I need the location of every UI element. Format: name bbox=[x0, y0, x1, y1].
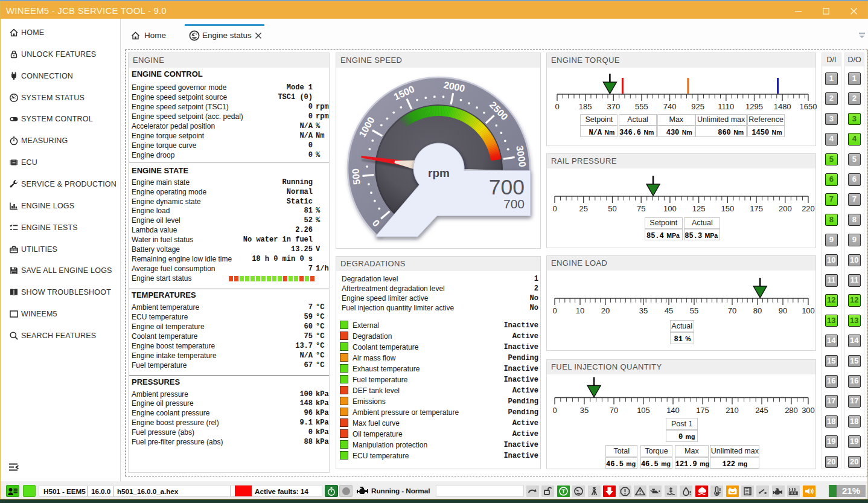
svg-text:50: 50 bbox=[608, 204, 616, 213]
svg-text:80: 80 bbox=[753, 306, 762, 315]
svg-text:555: 555 bbox=[635, 102, 648, 111]
svg-text:90: 90 bbox=[779, 306, 787, 315]
svg-text:10: 10 bbox=[576, 306, 584, 315]
svg-text:140: 140 bbox=[666, 406, 680, 415]
svg-text:300: 300 bbox=[802, 406, 815, 415]
svg-text:245: 245 bbox=[755, 406, 768, 415]
svg-text:25: 25 bbox=[579, 204, 587, 213]
svg-text:75: 75 bbox=[637, 204, 645, 213]
svg-text:175: 175 bbox=[750, 204, 763, 213]
svg-text:70: 70 bbox=[610, 406, 618, 415]
svg-text:740: 740 bbox=[663, 102, 677, 111]
svg-text:70: 70 bbox=[728, 306, 736, 315]
svg-text:45: 45 bbox=[665, 306, 673, 315]
svg-text:150: 150 bbox=[721, 204, 735, 213]
svg-text:210: 210 bbox=[726, 406, 739, 415]
svg-text:280: 280 bbox=[785, 406, 798, 415]
svg-text:925: 925 bbox=[691, 102, 704, 111]
svg-text:700: 700 bbox=[489, 175, 525, 199]
svg-text:0: 0 bbox=[552, 306, 557, 315]
svg-text:20: 20 bbox=[601, 306, 610, 315]
svg-text:100: 100 bbox=[802, 306, 815, 315]
svg-text:rpm: rpm bbox=[428, 167, 450, 179]
svg-text:185: 185 bbox=[579, 102, 592, 111]
svg-text:35: 35 bbox=[580, 406, 589, 415]
svg-text:1480: 1480 bbox=[774, 102, 791, 111]
svg-text:0: 0 bbox=[552, 406, 557, 415]
svg-text:175: 175 bbox=[696, 406, 709, 415]
svg-text:0: 0 bbox=[552, 204, 557, 213]
svg-text:105: 105 bbox=[637, 406, 650, 415]
svg-text:1110: 1110 bbox=[718, 102, 734, 111]
svg-text:35: 35 bbox=[639, 306, 648, 315]
svg-text:0: 0 bbox=[555, 102, 559, 111]
svg-text:700: 700 bbox=[503, 197, 525, 211]
svg-text:55: 55 bbox=[690, 306, 698, 315]
svg-text:100: 100 bbox=[663, 204, 677, 213]
svg-text:125: 125 bbox=[692, 204, 706, 213]
svg-text:370: 370 bbox=[607, 102, 620, 111]
svg-text:200: 200 bbox=[779, 204, 792, 213]
svg-text:1295: 1295 bbox=[745, 102, 763, 111]
svg-text:1650: 1650 bbox=[800, 102, 817, 111]
svg-text:500: 500 bbox=[350, 168, 362, 185]
svg-text:220: 220 bbox=[802, 204, 815, 213]
